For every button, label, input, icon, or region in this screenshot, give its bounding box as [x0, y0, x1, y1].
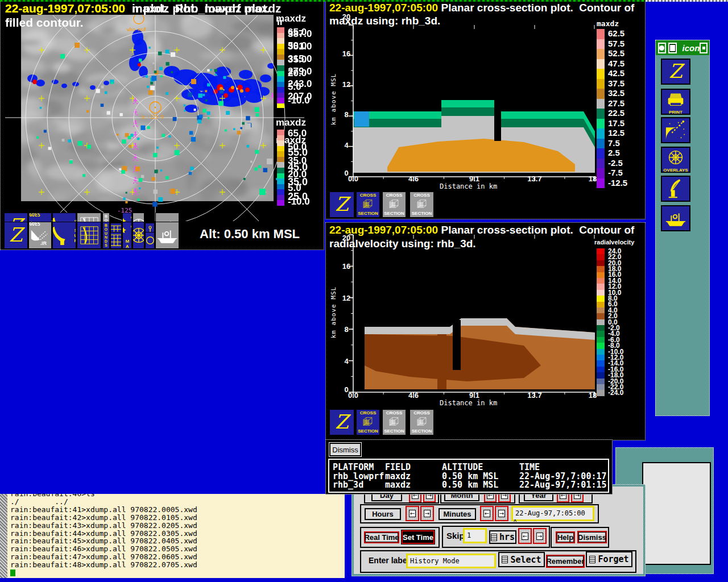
colorbar-tick: 7.5: [608, 138, 620, 148]
satellite-icon-button[interactable]: [661, 117, 690, 143]
grid-track-icon-button[interactable]: [77, 222, 101, 249]
platform-table-cell: maxdz: [385, 480, 411, 490]
cross-section-button[interactable]: CROSS SECTION: [382, 409, 406, 435]
zeb-logo-button[interactable]: Z: [329, 192, 354, 218]
cross-section-button[interactable]: CROSS SECTION: [356, 192, 380, 218]
antenna-icon-button[interactable]: [661, 176, 690, 202]
dismiss-button[interactable]: Dismiss: [329, 443, 361, 456]
ship-icon-button[interactable]: [155, 222, 179, 249]
terminal-text: rain:beaufait:40>ls ./ ../ rain:beaufait…: [10, 494, 197, 577]
overlays-icon-button[interactable]: OVERLAYS: [661, 147, 690, 173]
colorbar-tick: -24.0: [608, 389, 623, 397]
grid-icon-button[interactable]: [110, 232, 122, 249]
icon-toolbar-window: icon Z PRINT OVERLAYS: [655, 40, 710, 416]
colorbar-tick: 32.5: [608, 88, 624, 98]
colorbar-tick: -12.5: [608, 178, 627, 188]
window-menu-icon[interactable]: [668, 43, 677, 53]
colorbar-tick: 65.0: [288, 27, 307, 38]
remember-button[interactable]: Remember: [546, 555, 585, 568]
icon-window-title: icon: [682, 43, 700, 53]
colorbar-tick: 27.5: [608, 98, 624, 108]
step-back-button[interactable]: ←: [406, 506, 419, 521]
window-menu-circle-icon[interactable]: [658, 43, 666, 53]
surveillance-radar-icon-button[interactable]: SUR: [52, 222, 76, 249]
colorbar-tick: 20.0: [288, 169, 307, 180]
label-input[interactable]: History Mode: [406, 554, 496, 568]
step-forward-button[interactable]: →: [495, 506, 508, 521]
zeb-logo-button[interactable]: Z: [4, 222, 28, 249]
time-control-window: Day←→Month←→Year←→Hours←→Minutes←→22-Aug…: [351, 484, 646, 576]
cross-section-maxdz-panel: 22-aug-1997,07:05:00 Planar cross-sectio…: [325, 0, 646, 219]
zeb-logo-button[interactable]: Z: [661, 59, 690, 85]
colorbar: [597, 29, 605, 188]
real-time-button[interactable]: Real Time: [364, 531, 399, 543]
cross-section-button[interactable]: CROSS SECTION: [382, 192, 406, 218]
polar-grid-icon-button[interactable]: [133, 222, 144, 249]
colorbar: [277, 130, 284, 206]
altitude-readout: Alt: 0.50 km MSL: [200, 227, 300, 242]
terminal-window[interactable]: rain:beaufait:40>ls ./ ../ rain:beaufait…: [0, 494, 345, 578]
colorbar-tick: 5.0: [288, 81, 301, 93]
xsec1-subtitle: maxdz using: rhb_3d.: [329, 15, 440, 27]
colorbar-tick: -2.5: [608, 158, 623, 168]
select-menu-button[interactable]: Select: [498, 552, 545, 567]
cross-section-button[interactable]: CROSS SECTION: [410, 409, 434, 435]
ir-panel-subtitle: filled contour.: [5, 16, 84, 30]
units-menu-button[interactable]: hrs: [489, 530, 516, 544]
ship-icon-button[interactable]: [661, 205, 690, 231]
goes-ir-icon-button[interactable]: GOES .IR: [28, 222, 52, 249]
help-button[interactable]: Help: [556, 531, 575, 543]
time-control-dialog: Day←→Month←→Year←→Hours←→Minutes←→22-Aug…: [354, 487, 643, 574]
xsec1-title: 22-aug-1997,07:05:00 Planar cross-sectio…: [329, 2, 634, 14]
icon-window-titlebar[interactable]: icon: [656, 40, 709, 55]
colorbar-tick: 57.5: [608, 39, 624, 48]
time-input[interactable]: 22-Aug-97,7:05:00: [511, 506, 594, 521]
colorbar: [277, 27, 284, 103]
step-back-button[interactable]: ←: [518, 528, 532, 544]
step-forward-button[interactable]: →: [533, 528, 547, 544]
zeb-logo-button[interactable]: Z: [329, 409, 354, 435]
colorbar-tick: 5.0: [288, 182, 301, 194]
empty-list-panel[interactable]: [642, 462, 711, 565]
step-back-button[interactable]: ←: [480, 506, 494, 521]
colorbar-tick: 12.5: [608, 128, 624, 138]
step-forward-button[interactable]: →: [420, 506, 434, 521]
xsec2-title: 22-aug-1997,07:05:00 Planar cross-sectio…: [329, 224, 634, 236]
skip-input[interactable]: 1: [463, 528, 487, 543]
map-icon-button[interactable]: MAP: [122, 222, 132, 249]
velocity-cross-section-plot[interactable]: [348, 231, 598, 401]
maxdz-cross-section-plot[interactable]: [348, 21, 598, 186]
cross-section-button[interactable]: CROSS SECTION: [356, 409, 380, 435]
terminal-cursor: [10, 569, 15, 576]
svg-text:.IR: .IR: [40, 240, 47, 246]
colorbar-tick: 35.0: [288, 54, 307, 65]
colorbar-tick: 50.0: [288, 40, 307, 52]
minutes-button[interactable]: Minutes: [439, 508, 476, 520]
print-icon-button[interactable]: PRINT: [661, 89, 690, 115]
colorbar-title: maxdz: [276, 13, 306, 24]
circle-icon-button[interactable]: [145, 232, 155, 249]
colorbar-tick: 42.5: [608, 68, 624, 78]
terminal-scrollbar[interactable]: [0, 494, 7, 578]
timestamp: 22-aug-1997,07:05:00: [329, 2, 438, 14]
window-iconify-icon[interactable]: [700, 43, 708, 53]
colorbar-tick: 47.5: [608, 59, 624, 68]
colorbar: [597, 248, 605, 396]
colorbar-tick: 65.0: [288, 128, 307, 139]
xsec2-ylabel: km above MSL: [330, 273, 337, 352]
forget-menu-button[interactable]: Forget: [586, 551, 632, 567]
colorbar-tick: 22.5: [608, 108, 624, 118]
hours-button[interactable]: Hours: [365, 508, 401, 520]
xsec2-subtitle: radialvelocity using: rhb_3d.: [329, 238, 476, 250]
set-time-button[interactable]: Set Time: [402, 530, 435, 544]
window-border-top: [0, 0, 646, 2]
colorbar-title: radialvelocity: [594, 239, 634, 246]
svg-text:who-ms#: who-ms#: [127, 27, 146, 32]
cross-section-button[interactable]: CROSS SECTION: [410, 192, 434, 218]
colorbar-tick: 37.5: [608, 78, 624, 88]
cross-section-velocity-panel: 22-aug-1997,07:05:00 Planar cross-sectio…: [325, 222, 646, 440]
colorbar-title: maxdz: [597, 19, 619, 28]
platform-table: PLATFORMFIELDALTITUDETIMErhb_lowprfmaxdz…: [328, 459, 609, 493]
dismiss-button[interactable]: Dismiss: [577, 531, 607, 543]
bounds-icon-button[interactable]: BOUNDS: [102, 222, 110, 249]
